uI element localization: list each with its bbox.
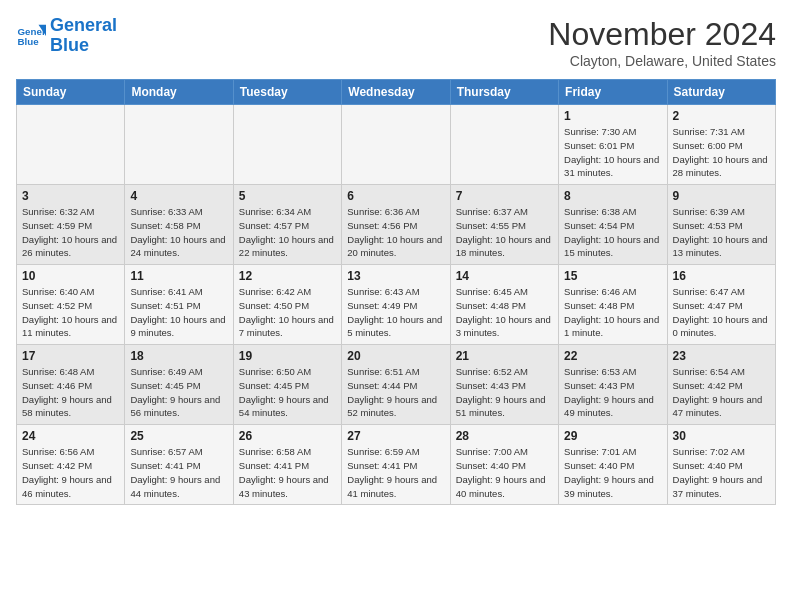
day-number: 22	[564, 349, 661, 363]
calendar-week-row: 24Sunrise: 6:56 AMSunset: 4:42 PMDayligh…	[17, 425, 776, 505]
calendar-body: 1Sunrise: 7:30 AMSunset: 6:01 PMDaylight…	[17, 105, 776, 505]
day-header-monday: Monday	[125, 80, 233, 105]
calendar-cell: 19Sunrise: 6:50 AMSunset: 4:45 PMDayligh…	[233, 345, 341, 425]
month-title: November 2024	[548, 16, 776, 53]
day-info: Sunrise: 6:41 AMSunset: 4:51 PMDaylight:…	[130, 285, 227, 340]
day-info: Sunrise: 7:01 AMSunset: 4:40 PMDaylight:…	[564, 445, 661, 500]
day-number: 18	[130, 349, 227, 363]
calendar-cell: 21Sunrise: 6:52 AMSunset: 4:43 PMDayligh…	[450, 345, 558, 425]
day-number: 6	[347, 189, 444, 203]
day-info: Sunrise: 7:00 AMSunset: 4:40 PMDaylight:…	[456, 445, 553, 500]
day-number: 14	[456, 269, 553, 283]
calendar-cell: 27Sunrise: 6:59 AMSunset: 4:41 PMDayligh…	[342, 425, 450, 505]
day-number: 1	[564, 109, 661, 123]
day-header-thursday: Thursday	[450, 80, 558, 105]
day-header-friday: Friday	[559, 80, 667, 105]
day-header-tuesday: Tuesday	[233, 80, 341, 105]
calendar-header-row: SundayMondayTuesdayWednesdayThursdayFrid…	[17, 80, 776, 105]
calendar-cell: 29Sunrise: 7:01 AMSunset: 4:40 PMDayligh…	[559, 425, 667, 505]
calendar-cell: 3Sunrise: 6:32 AMSunset: 4:59 PMDaylight…	[17, 185, 125, 265]
day-info: Sunrise: 6:51 AMSunset: 4:44 PMDaylight:…	[347, 365, 444, 420]
day-info: Sunrise: 7:31 AMSunset: 6:00 PMDaylight:…	[673, 125, 770, 180]
day-number: 11	[130, 269, 227, 283]
calendar-cell: 9Sunrise: 6:39 AMSunset: 4:53 PMDaylight…	[667, 185, 775, 265]
calendar-cell: 22Sunrise: 6:53 AMSunset: 4:43 PMDayligh…	[559, 345, 667, 425]
page-header: General Blue GeneralBlue November 2024 C…	[16, 16, 776, 69]
day-info: Sunrise: 6:45 AMSunset: 4:48 PMDaylight:…	[456, 285, 553, 340]
calendar-cell	[125, 105, 233, 185]
calendar-cell: 1Sunrise: 7:30 AMSunset: 6:01 PMDaylight…	[559, 105, 667, 185]
day-number: 19	[239, 349, 336, 363]
day-info: Sunrise: 6:48 AMSunset: 4:46 PMDaylight:…	[22, 365, 119, 420]
day-number: 7	[456, 189, 553, 203]
calendar-cell: 25Sunrise: 6:57 AMSunset: 4:41 PMDayligh…	[125, 425, 233, 505]
calendar-cell: 4Sunrise: 6:33 AMSunset: 4:58 PMDaylight…	[125, 185, 233, 265]
calendar-cell: 10Sunrise: 6:40 AMSunset: 4:52 PMDayligh…	[17, 265, 125, 345]
day-info: Sunrise: 6:59 AMSunset: 4:41 PMDaylight:…	[347, 445, 444, 500]
day-info: Sunrise: 6:53 AMSunset: 4:43 PMDaylight:…	[564, 365, 661, 420]
day-number: 16	[673, 269, 770, 283]
day-number: 12	[239, 269, 336, 283]
title-block: November 2024 Clayton, Delaware, United …	[548, 16, 776, 69]
calendar-cell: 16Sunrise: 6:47 AMSunset: 4:47 PMDayligh…	[667, 265, 775, 345]
calendar-cell: 13Sunrise: 6:43 AMSunset: 4:49 PMDayligh…	[342, 265, 450, 345]
day-number: 29	[564, 429, 661, 443]
day-number: 28	[456, 429, 553, 443]
day-number: 20	[347, 349, 444, 363]
day-number: 9	[673, 189, 770, 203]
day-info: Sunrise: 6:58 AMSunset: 4:41 PMDaylight:…	[239, 445, 336, 500]
calendar-cell: 28Sunrise: 7:00 AMSunset: 4:40 PMDayligh…	[450, 425, 558, 505]
calendar-week-row: 1Sunrise: 7:30 AMSunset: 6:01 PMDaylight…	[17, 105, 776, 185]
calendar-cell: 20Sunrise: 6:51 AMSunset: 4:44 PMDayligh…	[342, 345, 450, 425]
day-info: Sunrise: 6:46 AMSunset: 4:48 PMDaylight:…	[564, 285, 661, 340]
calendar-cell: 15Sunrise: 6:46 AMSunset: 4:48 PMDayligh…	[559, 265, 667, 345]
day-header-sunday: Sunday	[17, 80, 125, 105]
day-header-saturday: Saturday	[667, 80, 775, 105]
day-info: Sunrise: 6:33 AMSunset: 4:58 PMDaylight:…	[130, 205, 227, 260]
calendar-cell: 14Sunrise: 6:45 AMSunset: 4:48 PMDayligh…	[450, 265, 558, 345]
day-number: 2	[673, 109, 770, 123]
day-number: 5	[239, 189, 336, 203]
day-number: 21	[456, 349, 553, 363]
day-number: 4	[130, 189, 227, 203]
svg-text:Blue: Blue	[18, 36, 40, 47]
day-number: 24	[22, 429, 119, 443]
calendar-cell	[233, 105, 341, 185]
day-number: 3	[22, 189, 119, 203]
day-info: Sunrise: 6:32 AMSunset: 4:59 PMDaylight:…	[22, 205, 119, 260]
day-info: Sunrise: 6:54 AMSunset: 4:42 PMDaylight:…	[673, 365, 770, 420]
calendar-cell: 24Sunrise: 6:56 AMSunset: 4:42 PMDayligh…	[17, 425, 125, 505]
day-number: 15	[564, 269, 661, 283]
calendar-cell: 23Sunrise: 6:54 AMSunset: 4:42 PMDayligh…	[667, 345, 775, 425]
calendar-cell: 7Sunrise: 6:37 AMSunset: 4:55 PMDaylight…	[450, 185, 558, 265]
calendar-week-row: 3Sunrise: 6:32 AMSunset: 4:59 PMDaylight…	[17, 185, 776, 265]
calendar-cell: 26Sunrise: 6:58 AMSunset: 4:41 PMDayligh…	[233, 425, 341, 505]
day-number: 30	[673, 429, 770, 443]
day-info: Sunrise: 6:38 AMSunset: 4:54 PMDaylight:…	[564, 205, 661, 260]
day-info: Sunrise: 7:02 AMSunset: 4:40 PMDaylight:…	[673, 445, 770, 500]
calendar-cell: 5Sunrise: 6:34 AMSunset: 4:57 PMDaylight…	[233, 185, 341, 265]
calendar-cell: 18Sunrise: 6:49 AMSunset: 4:45 PMDayligh…	[125, 345, 233, 425]
calendar-cell: 30Sunrise: 7:02 AMSunset: 4:40 PMDayligh…	[667, 425, 775, 505]
day-info: Sunrise: 6:42 AMSunset: 4:50 PMDaylight:…	[239, 285, 336, 340]
calendar-week-row: 17Sunrise: 6:48 AMSunset: 4:46 PMDayligh…	[17, 345, 776, 425]
calendar-week-row: 10Sunrise: 6:40 AMSunset: 4:52 PMDayligh…	[17, 265, 776, 345]
day-info: Sunrise: 6:57 AMSunset: 4:41 PMDaylight:…	[130, 445, 227, 500]
calendar-table: SundayMondayTuesdayWednesdayThursdayFrid…	[16, 79, 776, 505]
day-info: Sunrise: 6:47 AMSunset: 4:47 PMDaylight:…	[673, 285, 770, 340]
day-number: 23	[673, 349, 770, 363]
day-info: Sunrise: 6:52 AMSunset: 4:43 PMDaylight:…	[456, 365, 553, 420]
logo-icon: General Blue	[16, 21, 46, 51]
logo-text: GeneralBlue	[50, 16, 117, 56]
day-info: Sunrise: 6:40 AMSunset: 4:52 PMDaylight:…	[22, 285, 119, 340]
day-number: 17	[22, 349, 119, 363]
calendar-cell: 8Sunrise: 6:38 AMSunset: 4:54 PMDaylight…	[559, 185, 667, 265]
calendar-cell	[342, 105, 450, 185]
day-info: Sunrise: 6:36 AMSunset: 4:56 PMDaylight:…	[347, 205, 444, 260]
calendar-cell	[450, 105, 558, 185]
day-info: Sunrise: 6:34 AMSunset: 4:57 PMDaylight:…	[239, 205, 336, 260]
calendar-cell: 2Sunrise: 7:31 AMSunset: 6:00 PMDaylight…	[667, 105, 775, 185]
location-subtitle: Clayton, Delaware, United States	[548, 53, 776, 69]
logo: General Blue GeneralBlue	[16, 16, 117, 56]
day-number: 26	[239, 429, 336, 443]
